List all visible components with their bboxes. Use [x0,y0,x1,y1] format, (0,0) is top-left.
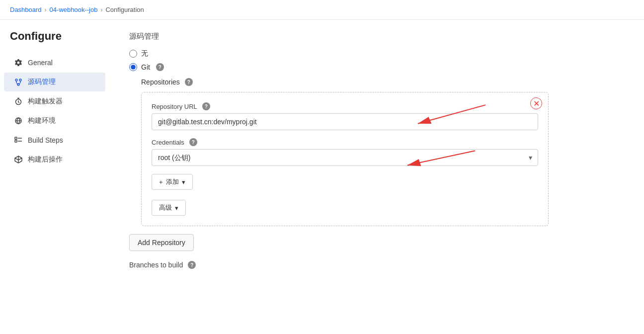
close-icon: ✕ [533,99,540,108]
add-repository-label: Add Repository [138,239,185,247]
radio-git[interactable]: Git ? [129,63,624,71]
sidebar-item-trigger[interactable]: 构建触发器 [4,92,105,111]
radio-none-label: 无 [141,49,148,58]
sidebar-item-general[interactable]: General [4,53,105,72]
repo-url-input[interactable] [152,113,538,130]
close-repo-button[interactable]: ✕ [530,97,542,109]
clock-icon [14,97,23,106]
repo-url-label: Repository URL ? [152,102,538,110]
advanced-button-label: 高级 [159,203,172,212]
sidebar-item-source[interactable]: 源码管理 [4,73,105,91]
radio-git-label: Git [141,63,150,71]
sidebar-label-build-steps: Build Steps [28,136,63,144]
radio-none[interactable]: 无 [129,49,624,58]
repo-url-field-group: Repository URL ? [152,102,538,130]
credentials-help-icon[interactable]: ? [189,138,197,146]
branches-help-icon[interactable]: ? [188,261,196,269]
svg-point-1 [19,79,21,81]
advanced-chevron-icon: ▾ [175,204,178,212]
sidebar-item-build-steps[interactable]: Build Steps [4,131,105,150]
credentials-field-group: Credentials ? root (公钥) [152,138,538,166]
add-button-label: 添加 [166,177,179,186]
radio-git-input[interactable] [129,63,137,71]
repo-box: ✕ Repository URL ? Credentials ? root ( [141,92,549,226]
sidebar-label-source: 源码管理 [28,78,56,86]
credentials-label: Credentials ? [152,138,538,146]
credentials-select-wrapper: root (公钥) [152,149,538,166]
repositories-label: Repositories ? [141,78,624,86]
sidebar-item-env[interactable]: 构建环境 [4,111,105,130]
main-layout: Configure General 源码管理 [0,20,644,334]
breadcrumb-sep-1: › [45,6,47,13]
source-icon [14,78,23,86]
repos-help-icon[interactable]: ? [185,78,193,86]
page-title: Configure [0,30,109,53]
add-icon: + [159,178,163,186]
radio-group: 无 Git ? [129,49,624,71]
sidebar-label-trigger: 构建触发器 [28,97,63,106]
add-dropdown-icon: ▾ [182,178,185,186]
breadcrumb-dashboard[interactable]: Dashboard [10,6,42,13]
repo-url-help-icon[interactable]: ? [202,102,210,110]
svg-rect-6 [15,140,17,142]
git-help-icon[interactable]: ? [156,63,164,71]
sidebar-label-env: 构建环境 [28,116,56,125]
add-repository-button[interactable]: Add Repository [129,234,194,251]
breadcrumb-sep-2: › [100,6,102,13]
credentials-select[interactable]: root (公钥) [152,149,538,166]
branches-label: Branches to build ? [129,261,624,269]
sidebar-label-post-build: 构建后操作 [28,155,63,164]
sidebar-item-post-build[interactable]: 构建后操作 [4,150,105,169]
breadcrumb: Dashboard › 04-webhook--job › Configurat… [0,0,644,20]
globe-icon [14,116,23,125]
sidebar-label-general: General [28,59,53,67]
gear-icon [14,58,23,67]
sidebar: Configure General 源码管理 [0,20,109,334]
section-title: 源码管理 [129,32,624,41]
main-content: 源码管理 无 Git ? Repositories ? ✕ [109,20,644,334]
breadcrumb-current: Configuration [105,6,144,13]
breadcrumb-job[interactable]: 04-webhook--job [50,6,98,13]
svg-point-0 [15,79,17,81]
svg-rect-5 [15,137,17,139]
advanced-button[interactable]: 高级 ▾ [152,200,186,216]
box-icon [14,155,23,164]
radio-none-input[interactable] [129,50,137,58]
list-icon [14,136,23,145]
add-button[interactable]: + 添加 ▾ [152,174,193,190]
